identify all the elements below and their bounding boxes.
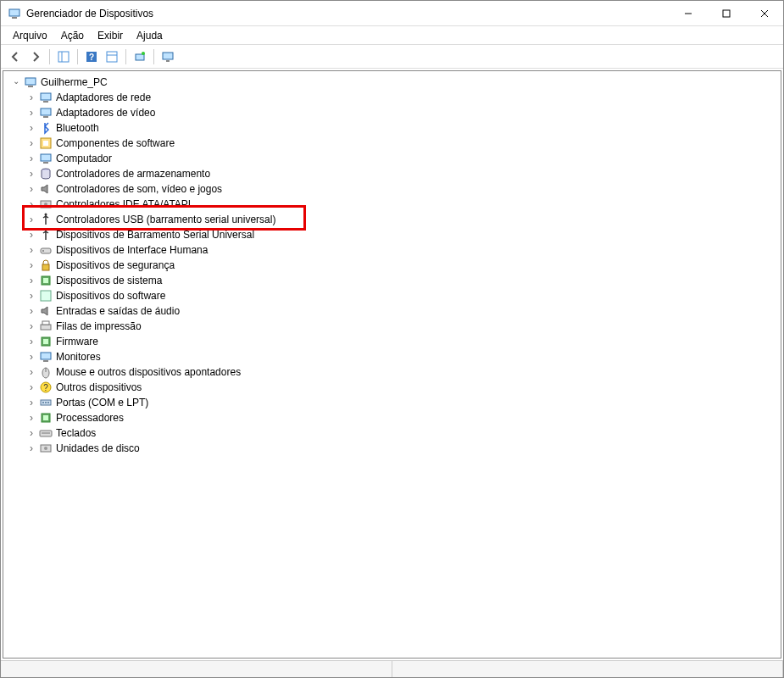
chevron-right-icon[interactable] <box>25 412 37 424</box>
back-button[interactable] <box>6 47 25 66</box>
tree-node-label: Portas (COM e LPT) <box>56 397 148 408</box>
scan-icon <box>134 51 146 63</box>
chevron-right-icon[interactable] <box>25 168 37 180</box>
tree-node-controladores-armazenamento[interactable]: Controladores de armazenamento <box>3 166 781 181</box>
tree-node-adaptadores-video[interactable]: Adaptadores de vídeo <box>3 105 781 120</box>
chevron-right-icon[interactable] <box>25 442 37 454</box>
monitor-icon <box>162 51 174 63</box>
svg-rect-36 <box>41 291 51 301</box>
chevron-right-icon[interactable] <box>25 137 37 149</box>
firmware-icon <box>39 335 53 348</box>
chevron-right-icon[interactable] <box>25 290 37 302</box>
svg-rect-42 <box>43 360 48 362</box>
tree-node-firmware[interactable]: Firmware <box>3 334 781 349</box>
close-button[interactable] <box>745 1 783 25</box>
tree-node-label: Processadores <box>56 412 124 424</box>
svg-rect-19 <box>43 101 48 103</box>
toolbar: ? <box>1 45 783 69</box>
toolbar-separator <box>77 49 78 64</box>
maximize-button[interactable] <box>707 1 745 25</box>
outros-icon: ? <box>39 381 53 394</box>
tree-node-label: Adaptadores de vídeo <box>56 107 155 119</box>
chevron-right-icon[interactable] <box>25 305 37 317</box>
tree-node-teclados[interactable]: Teclados <box>3 425 781 441</box>
view-devices-button[interactable] <box>158 47 177 66</box>
show-hide-tree-button[interactable] <box>54 47 73 66</box>
tree-node-bluetooth[interactable]: Bluetooth <box>3 120 781 136</box>
tree-node-filas-impressao[interactable]: Filas de impressão <box>3 319 781 334</box>
chevron-right-icon[interactable] <box>25 244 37 256</box>
tree-node-processadores[interactable]: Processadores <box>3 410 781 425</box>
chevron-right-icon[interactable] <box>25 427 37 439</box>
chevron-right-icon[interactable] <box>25 198 37 210</box>
svg-rect-10 <box>107 52 117 62</box>
tree-node-dispositivos-sistema[interactable]: Dispositivos de sistema <box>3 273 781 288</box>
toolbar-separator <box>125 49 126 64</box>
chevron-down-icon[interactable] <box>10 76 22 88</box>
chevron-right-icon[interactable] <box>25 351 37 363</box>
menu-acao[interactable]: Ação <box>54 28 91 43</box>
tree-node-dispositivos-software[interactable]: Dispositivos do software <box>3 288 781 303</box>
properties-button[interactable] <box>103 47 121 66</box>
scan-hardware-button[interactable] <box>131 47 149 66</box>
tree-node-label: Dispositivos de segurança <box>56 259 175 271</box>
adaptadores-video-icon <box>39 106 53 119</box>
tree-node-label: Filas de impressão <box>56 320 142 332</box>
properties-icon <box>106 51 118 63</box>
chevron-right-icon[interactable] <box>25 259 37 271</box>
chevron-right-icon[interactable] <box>25 214 37 225</box>
chevron-right-icon[interactable] <box>25 153 37 164</box>
tree-node-componentes-software[interactable]: Componentes de software <box>3 136 781 151</box>
dispositivos-interface-humana-icon <box>39 243 53 257</box>
chevron-right-icon[interactable] <box>25 320 37 332</box>
tree-node-computador[interactable]: Computador <box>3 151 781 166</box>
svg-rect-37 <box>41 325 51 330</box>
menu-exibir[interactable]: Exibir <box>91 28 130 43</box>
forward-button[interactable] <box>26 47 45 66</box>
tree-node-adaptadores-rede[interactable]: Adaptadores de rede <box>3 90 781 105</box>
tree-node-label: Componentes de software <box>56 137 175 149</box>
window-controls <box>669 1 783 25</box>
tree-node-portas[interactable]: Portas (COM e LPT) <box>3 395 781 410</box>
chevron-right-icon[interactable] <box>25 275 37 286</box>
tree-node-dispositivos-seguranca[interactable]: Dispositivos de segurança <box>3 258 781 273</box>
svg-point-28 <box>44 203 47 206</box>
tree-node-dispositivos-interface-humana[interactable]: Dispositivos de Interface Humana <box>3 242 781 258</box>
menu-ajuda[interactable]: Ajuda <box>130 28 170 43</box>
tree-node-controladores-usb[interactable]: Controladores USB (barramento serial uni… <box>3 212 781 227</box>
chevron-right-icon[interactable] <box>25 92 37 103</box>
tree-node-monitores[interactable]: Monitores <box>3 349 781 364</box>
bluetooth-icon <box>39 121 53 135</box>
device-tree[interactable]: Guilherme_PC Adaptadores de redeAdaptado… <box>3 70 781 659</box>
svg-rect-3 <box>723 10 730 17</box>
chevron-right-icon[interactable] <box>25 183 37 195</box>
device-manager-window: Gerenciador de Dispositivos Arquivo Ação… <box>0 0 784 678</box>
chevron-right-icon[interactable] <box>25 107 37 119</box>
chevron-right-icon[interactable] <box>25 397 37 408</box>
tree-node-controladores-ide[interactable]: Controladores IDE ATA/ATAPI <box>3 197 781 212</box>
help-button[interactable]: ? <box>82 47 101 66</box>
tree-node-entradas-saidas-audio[interactable]: Entradas e saídas de áudio <box>3 303 781 319</box>
chevron-right-icon[interactable] <box>25 122 37 134</box>
chevron-right-icon[interactable] <box>25 381 37 393</box>
svg-point-48 <box>42 402 44 403</box>
chevron-right-icon[interactable] <box>25 229 37 241</box>
svg-rect-16 <box>25 78 36 85</box>
chevron-right-icon[interactable] <box>25 336 37 347</box>
svg-rect-18 <box>41 93 51 100</box>
tree-node-mouse[interactable]: Mouse e outros dispositivos apontadores <box>3 364 781 380</box>
tree-node-unidades-disco[interactable]: Unidades de disco <box>3 441 781 456</box>
tree-node-label: Controladores IDE ATA/ATAPI <box>56 198 191 210</box>
svg-rect-40 <box>43 339 48 344</box>
tree-node-outros[interactable]: ?Outros dispositivos <box>3 380 781 395</box>
minimize-button[interactable] <box>669 1 707 25</box>
tree-node-dispositivos-barramento[interactable]: Dispositivos de Barramento Serial Univer… <box>3 227 781 242</box>
tree-node-label: Dispositivos de sistema <box>56 275 162 286</box>
mouse-icon <box>39 365 53 379</box>
tree-node-controladores-som[interactable]: Controladores de som, vídeo e jogos <box>3 181 781 197</box>
menu-arquivo[interactable]: Arquivo <box>6 28 54 43</box>
tree-node-label: Monitores <box>56 351 101 363</box>
tree-root-node[interactable]: Guilherme_PC <box>3 75 781 90</box>
tree-root-label: Guilherme_PC <box>41 76 108 88</box>
chevron-right-icon[interactable] <box>25 366 37 378</box>
